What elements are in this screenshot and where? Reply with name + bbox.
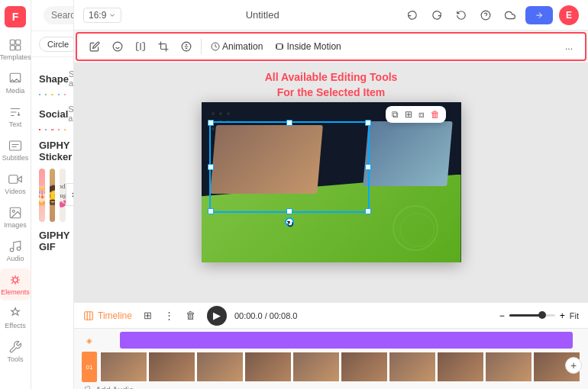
- left-panel: Circle Subscribe Heart ❤ Star ✿ ▾ Shape …: [31, 0, 74, 389]
- tag-row: Circle Subscribe Heart ❤ Star ✿ ▾: [31, 31, 73, 57]
- shape-see-all[interactable]: See all: [69, 69, 73, 88]
- timeline-label: Timeline: [83, 310, 132, 321]
- flip-icon: [135, 41, 146, 52]
- sidebar-item-media[interactable]: Media: [0, 67, 31, 99]
- giphy-sticker-header: GIPHY Sticker 📎: [39, 140, 66, 162]
- canvas[interactable]: ↻ ⧉ ⊞ ⧈ 🗑: [202, 102, 461, 262]
- shape-triangle[interactable]: [58, 94, 60, 95]
- shape-section-header: Shape See all: [39, 69, 66, 88]
- sidebar-item-images[interactable]: Images: [0, 201, 31, 233]
- social-thumb-orange[interactable]: +: [64, 129, 66, 130]
- sidebar-item-tools[interactable]: Tools: [0, 336, 31, 368]
- shape-rounded-rect[interactable]: [51, 94, 53, 95]
- app-logo[interactable]: F: [5, 6, 26, 27]
- tool-flip-button[interactable]: [131, 38, 150, 55]
- project-title[interactable]: Untitled: [129, 9, 396, 21]
- canvas-area: All Available Editing Tools For the Sele…: [74, 63, 588, 302]
- frame-6[interactable]: [341, 352, 388, 382]
- social-subscribe[interactable]: SUBSCRIBE +: [51, 129, 53, 130]
- frame-9[interactable]: [485, 352, 532, 382]
- frame-3[interactable]: [196, 352, 244, 382]
- frame-2[interactable]: [148, 352, 195, 382]
- handle-left-mid[interactable]: [208, 164, 214, 170]
- giphy-item-hugs[interactable]: Sendinghugs 💕: [60, 169, 66, 222]
- tool-filter-button[interactable]: [176, 38, 196, 55]
- fit-button[interactable]: Fit: [570, 311, 579, 320]
- search-input[interactable]: [44, 6, 74, 24]
- svg-rect-5: [10, 141, 21, 150]
- sidebar-item-elements[interactable]: Elements: [0, 268, 31, 301]
- tool-edit-button[interactable]: [85, 38, 105, 55]
- handle-top-left[interactable]: [208, 120, 214, 126]
- inside-motion-button[interactable]: Inside Motion: [270, 38, 345, 55]
- shape-triangle-right[interactable]: [64, 94, 66, 95]
- zoom-slider-track[interactable]: [509, 314, 555, 317]
- add-audio-row[interactable]: Add Audio: [74, 382, 588, 389]
- handle-bottom-left[interactable]: [208, 208, 214, 214]
- mini-delete-button[interactable]: 🗑: [431, 109, 440, 120]
- frame-5[interactable]: [292, 352, 340, 382]
- sidebar-item-text[interactable]: Text: [0, 101, 31, 133]
- animation-icon: [211, 42, 220, 51]
- tool-mask-button[interactable]: [108, 38, 128, 55]
- mini-duplicate-button[interactable]: ⧈: [418, 109, 425, 120]
- mini-layers-button[interactable]: ⊞: [405, 109, 412, 120]
- zoom-plus-icon[interactable]: +: [560, 310, 565, 321]
- svg-rect-2: [10, 46, 15, 50]
- add-segment-button[interactable]: ⊞: [140, 307, 157, 324]
- user-avatar[interactable]: E: [559, 5, 579, 25]
- canvas-image-2[interactable]: [363, 121, 452, 186]
- tool-crop-button[interactable]: [153, 38, 173, 55]
- social-like[interactable]: +: [45, 129, 47, 130]
- handle-top-right[interactable]: [365, 120, 371, 126]
- social-heart-alert[interactable]: +: [58, 129, 60, 130]
- giphy-sticker-title: GIPHY Sticker: [39, 140, 72, 162]
- undo-button[interactable]: [403, 6, 422, 24]
- shape-square[interactable]: [39, 94, 40, 95]
- add-track-button[interactable]: +: [565, 357, 582, 374]
- frame-1[interactable]: [100, 352, 147, 382]
- play-button[interactable]: ▶: [207, 306, 227, 326]
- tag-circle[interactable]: Circle: [39, 37, 73, 52]
- more-tools-button[interactable]: ...: [561, 38, 577, 55]
- zoom-controls: − + Fit: [499, 310, 579, 321]
- export-button[interactable]: [525, 6, 553, 24]
- frame-4[interactable]: [244, 352, 292, 382]
- frame-7[interactable]: [389, 352, 436, 382]
- mini-copy-layer-button[interactable]: ⧉: [392, 109, 399, 120]
- shape-circle[interactable]: [45, 94, 47, 95]
- giphy-item-beard[interactable]: 🧔: [50, 169, 56, 222]
- social-see-all[interactable]: See all: [68, 104, 73, 123]
- zoom-minus-icon[interactable]: −: [499, 310, 505, 321]
- filter-icon: [181, 41, 192, 52]
- handle-bottom-right[interactable]: [365, 208, 371, 214]
- sidebar-item-audio[interactable]: Audio: [0, 235, 31, 267]
- split-button[interactable]: ⋮: [161, 307, 178, 324]
- timeline-purple-strip[interactable]: [120, 332, 573, 349]
- cloud-button[interactable]: [501, 6, 519, 24]
- redo-button[interactable]: [428, 6, 446, 24]
- sidebar-item-videos[interactable]: Videos: [0, 168, 31, 200]
- sidebar-item-effects[interactable]: Effects: [0, 302, 31, 334]
- sidebar-item-templates[interactable]: Templates: [0, 34, 31, 66]
- frame-8[interactable]: [437, 352, 484, 382]
- handle-bottom-mid[interactable]: [286, 208, 292, 214]
- selection-box[interactable]: ↻: [209, 121, 370, 213]
- edit-icon: [89, 41, 100, 52]
- giphy-gif-title: GIPHY GIF: [39, 230, 69, 252]
- panel-collapse-button[interactable]: ›: [66, 183, 74, 206]
- help-button[interactable]: [477, 6, 495, 24]
- handle-right-mid[interactable]: [365, 164, 371, 170]
- sidebar-item-subtitles[interactable]: Subtitles: [0, 134, 31, 166]
- animation-button[interactable]: Animation: [206, 38, 267, 55]
- svg-rect-7: [9, 175, 18, 184]
- refresh-button[interactable]: [452, 6, 470, 24]
- delete-segment-button[interactable]: 🗑: [183, 307, 199, 324]
- rotate-handle[interactable]: ↻: [285, 217, 294, 227]
- handle-top-mid[interactable]: [286, 120, 292, 126]
- aspect-ratio-selector[interactable]: 16:9: [83, 8, 121, 23]
- social-title: Social: [39, 108, 68, 120]
- giphy-item-birthday[interactable]: 🎂: [39, 169, 45, 222]
- giphy-gif-header: GIPHY GIF 🔥: [39, 230, 66, 252]
- social-youtube[interactable]: +: [39, 129, 40, 130]
